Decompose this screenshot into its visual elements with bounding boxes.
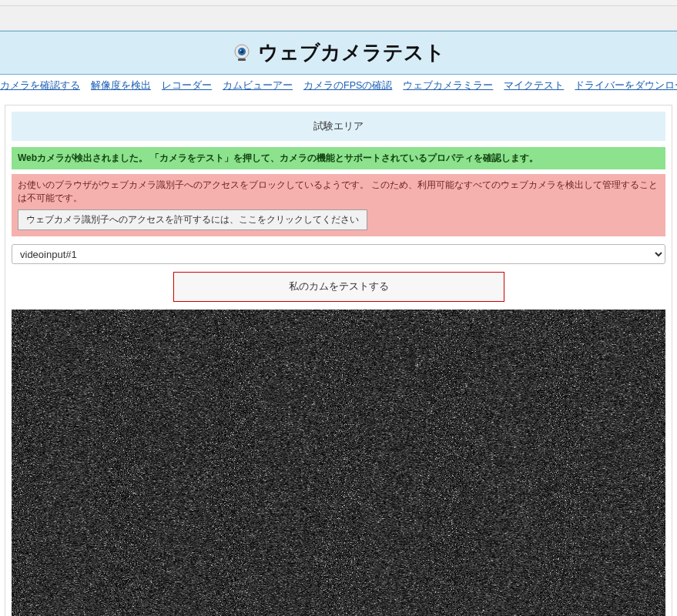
- nav-item-webcam-mirror[interactable]: ウェブカメラミラー: [403, 79, 493, 92]
- top-band-1: [0, 0, 677, 6]
- nav-item-recorder[interactable]: レコーダー: [162, 79, 212, 92]
- nav-item-fps-check[interactable]: カメラのFPSの確認: [303, 79, 392, 92]
- main-panel: 試験エリア Webカメラが検出されました。 「カメラをテスト」を押して、カメラの…: [5, 105, 672, 616]
- webcam-icon: [232, 43, 252, 63]
- nav-item-mic-test[interactable]: マイクテスト: [504, 79, 564, 92]
- top-band-2: [0, 6, 677, 31]
- alert-camera-detected: Webカメラが検出されました。 「カメラをテスト」を押して、カメラの機能とサポー…: [12, 147, 665, 169]
- device-select[interactable]: videoinput#1: [12, 244, 665, 264]
- header-panel: ウェブカメラテスト: [0, 31, 677, 75]
- nav-item-cam-viewer[interactable]: カムビューアー: [223, 79, 293, 92]
- nav-item-check-camera[interactable]: カメラを確認する: [0, 79, 80, 92]
- video-preview-canvas: [12, 310, 665, 616]
- alert-identifier-blocked: お使いのブラウザがウェブカメラ識別子へのアクセスをブロックしているようです。 こ…: [12, 174, 665, 236]
- nav-item-detect-resolution[interactable]: 解像度を検出: [91, 79, 151, 92]
- nav-item-download-driver[interactable]: ドライバーをダウンロードする: [575, 79, 677, 92]
- svg-rect-4: [238, 59, 246, 61]
- page-title: ウェブカメラテスト: [258, 39, 445, 66]
- allow-identifier-access-button[interactable]: ウェブカメラ識別子へのアクセスを許可するには、ここをクリックしてください: [18, 209, 367, 230]
- nav-row: カメラを確認する 解像度を検出 レコーダー カムビューアー カメラのFPSの確認…: [0, 75, 677, 97]
- svg-point-3: [240, 49, 242, 51]
- video-preview-noise: [12, 310, 665, 616]
- alert-blocked-text: お使いのブラウザがウェブカメラ識別子へのアクセスをブロックしているようです。 こ…: [18, 179, 659, 205]
- test-my-cam-button[interactable]: 私のカムをテストする: [173, 272, 504, 302]
- section-title: 試験エリア: [12, 112, 665, 141]
